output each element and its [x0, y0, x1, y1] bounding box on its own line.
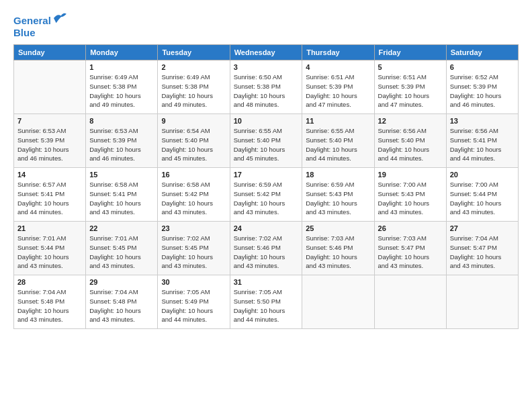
day-detail: Sunrise: 7:01 AM Sunset: 5:44 PM Dayligh… [17, 234, 82, 271]
day-number: 6 [450, 63, 515, 71]
day-detail: Sunrise: 6:51 AM Sunset: 5:39 PM Dayligh… [378, 73, 443, 109]
calendar-cell: 22Sunrise: 7:01 AM Sunset: 5:45 PM Dayli… [86, 222, 158, 275]
day-number: 23 [161, 224, 226, 232]
calendar-cell: 21Sunrise: 7:01 AM Sunset: 5:44 PM Dayli… [14, 222, 86, 275]
calendar-cell: 15Sunrise: 6:58 AM Sunset: 5:41 PM Dayli… [86, 168, 158, 222]
calendar-week-row: 21Sunrise: 7:01 AM Sunset: 5:44 PM Dayli… [14, 222, 519, 275]
calendar-cell: 7Sunrise: 6:53 AM Sunset: 5:39 PM Daylig… [14, 114, 86, 168]
calendar-cell: 8Sunrise: 6:53 AM Sunset: 5:39 PM Daylig… [86, 114, 158, 168]
day-detail: Sunrise: 6:53 AM Sunset: 5:39 PM Dayligh… [89, 126, 154, 163]
calendar-table: SundayMondayTuesdayWednesdayThursdayFrid… [13, 44, 519, 329]
day-detail: Sunrise: 6:54 AM Sunset: 5:40 PM Dayligh… [161, 126, 226, 163]
calendar-week-row: 28Sunrise: 7:04 AM Sunset: 5:48 PM Dayli… [14, 275, 519, 329]
logo: General Blue [13, 12, 67, 39]
day-number: 30 [161, 278, 226, 286]
day-detail: Sunrise: 7:05 AM Sunset: 5:50 PM Dayligh… [234, 287, 299, 324]
day-number: 9 [161, 117, 226, 125]
day-detail: Sunrise: 6:59 AM Sunset: 5:43 PM Dayligh… [306, 180, 370, 217]
day-detail: Sunrise: 7:03 AM Sunset: 5:47 PM Dayligh… [378, 234, 443, 271]
day-detail: Sunrise: 7:04 AM Sunset: 5:48 PM Dayligh… [89, 287, 154, 324]
day-detail: Sunrise: 7:00 AM Sunset: 5:44 PM Dayligh… [450, 180, 515, 217]
calendar-cell: 18Sunrise: 6:59 AM Sunset: 5:43 PM Dayli… [302, 168, 374, 222]
calendar-cell: 10Sunrise: 6:55 AM Sunset: 5:40 PM Dayli… [230, 114, 302, 168]
day-detail: Sunrise: 7:03 AM Sunset: 5:46 PM Dayligh… [306, 234, 370, 271]
day-detail: Sunrise: 6:57 AM Sunset: 5:41 PM Dayligh… [17, 180, 82, 217]
day-detail: Sunrise: 6:51 AM Sunset: 5:39 PM Dayligh… [306, 73, 370, 109]
logo-bird-icon [52, 12, 67, 24]
day-number: 7 [17, 117, 82, 125]
day-detail: Sunrise: 6:50 AM Sunset: 5:38 PM Dayligh… [234, 73, 299, 109]
calendar-cell: 19Sunrise: 7:00 AM Sunset: 5:43 PM Dayli… [374, 168, 446, 222]
day-number: 11 [306, 117, 370, 125]
calendar-cell: 23Sunrise: 7:02 AM Sunset: 5:45 PM Dayli… [158, 222, 230, 275]
day-number: 8 [89, 117, 154, 125]
calendar-cell [446, 275, 518, 329]
calendar-cell: 5Sunrise: 6:51 AM Sunset: 5:39 PM Daylig… [374, 60, 446, 114]
day-number: 22 [89, 224, 154, 232]
day-number: 1 [89, 63, 154, 71]
calendar-cell: 30Sunrise: 7:05 AM Sunset: 5:49 PM Dayli… [158, 275, 230, 329]
calendar-cell: 2Sunrise: 6:49 AM Sunset: 5:38 PM Daylig… [158, 60, 230, 114]
calendar-cell: 24Sunrise: 7:02 AM Sunset: 5:46 PM Dayli… [230, 222, 302, 275]
page-header: General Blue [13, 12, 519, 39]
weekday-header-sunday: Sunday [14, 45, 86, 60]
day-number: 5 [378, 63, 443, 71]
calendar-cell [374, 275, 446, 329]
calendar-cell [14, 60, 86, 114]
day-number: 18 [306, 171, 370, 179]
calendar-week-row: 7Sunrise: 6:53 AM Sunset: 5:39 PM Daylig… [14, 114, 519, 168]
day-detail: Sunrise: 7:05 AM Sunset: 5:49 PM Dayligh… [161, 287, 226, 324]
calendar-cell: 16Sunrise: 6:58 AM Sunset: 5:42 PM Dayli… [158, 168, 230, 222]
calendar-cell: 20Sunrise: 7:00 AM Sunset: 5:44 PM Dayli… [446, 168, 518, 222]
calendar-cell: 28Sunrise: 7:04 AM Sunset: 5:48 PM Dayli… [14, 275, 86, 329]
day-number: 13 [450, 117, 515, 125]
day-detail: Sunrise: 6:58 AM Sunset: 5:41 PM Dayligh… [89, 180, 154, 217]
calendar-cell: 25Sunrise: 7:03 AM Sunset: 5:46 PM Dayli… [302, 222, 374, 275]
day-number: 24 [234, 224, 299, 232]
day-detail: Sunrise: 7:02 AM Sunset: 5:45 PM Dayligh… [161, 234, 226, 271]
calendar-cell: 3Sunrise: 6:50 AM Sunset: 5:38 PM Daylig… [230, 60, 302, 114]
day-detail: Sunrise: 6:58 AM Sunset: 5:42 PM Dayligh… [161, 180, 226, 217]
day-number: 15 [89, 171, 154, 179]
calendar-week-row: 14Sunrise: 6:57 AM Sunset: 5:41 PM Dayli… [14, 168, 519, 222]
calendar-cell: 29Sunrise: 7:04 AM Sunset: 5:48 PM Dayli… [86, 275, 158, 329]
weekday-header-monday: Monday [86, 45, 158, 60]
day-detail: Sunrise: 7:04 AM Sunset: 5:48 PM Dayligh… [17, 287, 82, 324]
day-number: 2 [161, 63, 226, 71]
calendar-cell: 6Sunrise: 6:52 AM Sunset: 5:39 PM Daylig… [446, 60, 518, 114]
weekday-header-wednesday: Wednesday [230, 45, 302, 60]
day-number: 25 [306, 224, 370, 232]
day-number: 3 [234, 63, 299, 71]
day-detail: Sunrise: 7:04 AM Sunset: 5:47 PM Dayligh… [450, 234, 515, 271]
day-detail: Sunrise: 6:52 AM Sunset: 5:39 PM Dayligh… [450, 73, 515, 109]
day-detail: Sunrise: 6:55 AM Sunset: 5:40 PM Dayligh… [234, 126, 299, 163]
calendar-cell: 27Sunrise: 7:04 AM Sunset: 5:47 PM Dayli… [446, 222, 518, 275]
day-detail: Sunrise: 7:01 AM Sunset: 5:45 PM Dayligh… [89, 234, 154, 271]
logo-general: General [13, 15, 51, 26]
logo-blue: Blue [13, 27, 67, 39]
day-number: 12 [378, 117, 443, 125]
day-number: 10 [234, 117, 299, 125]
calendar-cell: 13Sunrise: 6:56 AM Sunset: 5:41 PM Dayli… [446, 114, 518, 168]
day-detail: Sunrise: 6:56 AM Sunset: 5:41 PM Dayligh… [450, 126, 515, 163]
weekday-header-thursday: Thursday [302, 45, 374, 60]
day-detail: Sunrise: 6:59 AM Sunset: 5:42 PM Dayligh… [234, 180, 299, 217]
calendar-cell: 26Sunrise: 7:03 AM Sunset: 5:47 PM Dayli… [374, 222, 446, 275]
calendar-header-row: SundayMondayTuesdayWednesdayThursdayFrid… [14, 45, 519, 60]
day-number: 31 [234, 278, 299, 286]
weekday-header-tuesday: Tuesday [158, 45, 230, 60]
calendar-cell: 12Sunrise: 6:56 AM Sunset: 5:40 PM Dayli… [374, 114, 446, 168]
day-detail: Sunrise: 7:02 AM Sunset: 5:46 PM Dayligh… [234, 234, 299, 271]
day-number: 14 [17, 171, 82, 179]
day-detail: Sunrise: 6:56 AM Sunset: 5:40 PM Dayligh… [378, 126, 443, 163]
day-number: 20 [450, 171, 515, 179]
calendar-cell: 9Sunrise: 6:54 AM Sunset: 5:40 PM Daylig… [158, 114, 230, 168]
day-detail: Sunrise: 6:49 AM Sunset: 5:38 PM Dayligh… [89, 73, 154, 109]
day-number: 16 [161, 171, 226, 179]
weekday-header-friday: Friday [374, 45, 446, 60]
calendar-cell: 31Sunrise: 7:05 AM Sunset: 5:50 PM Dayli… [230, 275, 302, 329]
calendar-week-row: 1Sunrise: 6:49 AM Sunset: 5:38 PM Daylig… [14, 60, 519, 114]
calendar-cell: 14Sunrise: 6:57 AM Sunset: 5:41 PM Dayli… [14, 168, 86, 222]
day-detail: Sunrise: 6:53 AM Sunset: 5:39 PM Dayligh… [17, 126, 82, 163]
day-number: 21 [17, 224, 82, 232]
